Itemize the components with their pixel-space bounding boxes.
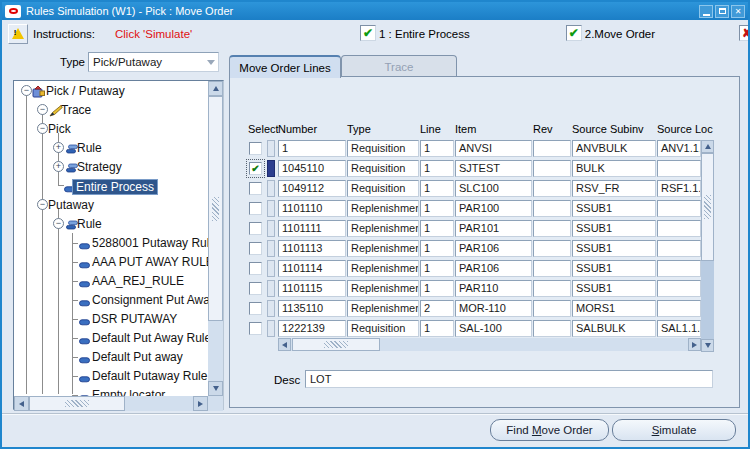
number-field[interactable]: 1135110 bbox=[278, 300, 346, 317]
scroll-right-button[interactable] bbox=[688, 338, 701, 351]
record-indicator[interactable] bbox=[267, 220, 275, 237]
rev-field[interactable] bbox=[533, 320, 571, 337]
line-field[interactable]: 1 bbox=[420, 240, 454, 257]
select-checkbox[interactable] bbox=[249, 242, 262, 255]
expand-handle-icon[interactable]: + bbox=[53, 142, 64, 153]
select-checkbox[interactable] bbox=[249, 322, 262, 335]
item-field[interactable]: PAR106 bbox=[455, 240, 532, 257]
find-move-order-button[interactable]: Find Move Order bbox=[490, 419, 609, 441]
tree-node[interactable]: Default Put away bbox=[14, 347, 208, 366]
subinv-field[interactable]: SSUB1 bbox=[572, 280, 656, 297]
tab-move-order-lines[interactable]: Move Order Lines bbox=[229, 55, 341, 78]
item-field[interactable]: SJTEST bbox=[455, 160, 532, 177]
tree-node[interactable]: 5288001 Putaway Rule bbox=[14, 233, 208, 252]
tree-node[interactable]: +Rule bbox=[14, 138, 208, 157]
line-field[interactable]: 1 bbox=[420, 140, 454, 157]
desc-field[interactable]: LOT bbox=[305, 370, 713, 388]
record-indicator[interactable] bbox=[267, 320, 275, 337]
rev-field[interactable] bbox=[533, 240, 571, 257]
line-field[interactable]: 1 bbox=[420, 320, 454, 337]
type-dropdown[interactable]: Pick/Putaway bbox=[88, 52, 219, 72]
line-field[interactable]: 1 bbox=[420, 260, 454, 277]
tree-vscroll-thumb[interactable] bbox=[208, 96, 223, 321]
rev-field[interactable] bbox=[533, 280, 571, 297]
loc-field[interactable] bbox=[657, 220, 701, 237]
line-field[interactable]: 1 bbox=[420, 280, 454, 297]
tree-node[interactable]: −Pick bbox=[14, 119, 208, 138]
loc-field[interactable] bbox=[657, 200, 701, 217]
number-field[interactable]: 1101111 bbox=[278, 220, 346, 237]
tree-node[interactable]: −Pick / Putaway bbox=[14, 81, 208, 100]
select-checkbox[interactable] bbox=[249, 282, 262, 295]
type-field[interactable]: Replenishment bbox=[347, 200, 419, 217]
number-field[interactable]: 1101115 bbox=[278, 280, 346, 297]
subinv-field[interactable]: BULK bbox=[572, 160, 656, 177]
number-field[interactable]: 1222139 bbox=[278, 320, 346, 337]
record-indicator[interactable] bbox=[267, 180, 275, 197]
subinv-field[interactable]: SSUB1 bbox=[572, 240, 656, 257]
collapse-handle-icon[interactable]: − bbox=[53, 218, 64, 229]
item-field[interactable]: PAR101 bbox=[455, 220, 532, 237]
number-field[interactable]: 1049112 bbox=[278, 180, 346, 197]
record-indicator[interactable] bbox=[267, 200, 275, 217]
table-hscroll-thumb[interactable] bbox=[292, 338, 380, 351]
tree-node[interactable]: −Putaway bbox=[14, 195, 208, 214]
number-field[interactable]: 1101114 bbox=[278, 260, 346, 277]
subinv-field[interactable]: ANVBULK bbox=[572, 140, 656, 157]
tree-node[interactable]: +Strategy bbox=[14, 157, 208, 176]
record-indicator[interactable] bbox=[267, 140, 275, 157]
tree-node[interactable]: Empty locator bbox=[14, 385, 208, 396]
record-indicator[interactable] bbox=[267, 160, 275, 177]
scroll-right-button[interactable] bbox=[193, 396, 208, 411]
tree-node[interactable]: Default Put Away Rule bbox=[14, 328, 208, 347]
number-field[interactable]: 1101110 bbox=[278, 200, 346, 217]
rev-field[interactable] bbox=[533, 200, 571, 217]
table-vscroll-thumb[interactable] bbox=[701, 153, 714, 261]
number-field[interactable]: 1 bbox=[278, 140, 346, 157]
tree-node[interactable]: AAA PUT AWAY RULE bbox=[14, 252, 208, 271]
tree-node[interactable]: Default Putaway Rule bbox=[14, 366, 208, 385]
close-icon[interactable]: ✕ bbox=[731, 5, 745, 18]
type-field[interactable]: Requisition bbox=[347, 320, 419, 337]
subinv-field[interactable]: SSUB1 bbox=[572, 200, 656, 217]
tree-horizontal-scrollbar[interactable] bbox=[14, 396, 208, 411]
loc-field[interactable]: ANV1.1.1 bbox=[657, 140, 701, 157]
type-field[interactable]: Replenishment bbox=[347, 300, 419, 317]
scroll-down-button[interactable] bbox=[208, 381, 223, 396]
record-indicator[interactable] bbox=[267, 280, 275, 297]
expand-handle-icon[interactable]: + bbox=[53, 161, 64, 172]
loc-field[interactable] bbox=[657, 260, 701, 277]
collapse-handle-icon[interactable]: − bbox=[21, 85, 32, 96]
tree-node[interactable]: −Rule bbox=[14, 214, 208, 233]
tree-node[interactable]: Consignment Put Away R bbox=[14, 290, 208, 309]
subinv-field[interactable]: RSV_FR bbox=[572, 180, 656, 197]
simulate-button[interactable]: Simulate bbox=[612, 419, 736, 441]
scroll-up-button[interactable] bbox=[208, 81, 223, 96]
tree-vertical-scrollbar[interactable] bbox=[208, 81, 223, 396]
select-checkbox[interactable] bbox=[249, 302, 262, 315]
select-checkbox[interactable] bbox=[249, 142, 262, 155]
minimize-icon[interactable] bbox=[699, 5, 713, 18]
collapse-handle-icon[interactable]: − bbox=[37, 104, 48, 115]
rev-field[interactable] bbox=[533, 140, 571, 157]
rev-field[interactable] bbox=[533, 160, 571, 177]
item-field[interactable]: PAR110 bbox=[455, 280, 532, 297]
type-field[interactable]: Replenishment bbox=[347, 260, 419, 277]
rev-field[interactable] bbox=[533, 260, 571, 277]
line-field[interactable]: 1 bbox=[420, 180, 454, 197]
loc-field[interactable] bbox=[657, 280, 701, 297]
loc-field[interactable] bbox=[657, 240, 701, 257]
tree-node[interactable]: −Trace bbox=[14, 100, 208, 119]
number-field[interactable]: 1101113 bbox=[278, 240, 346, 257]
subinv-field[interactable]: SALBULK bbox=[572, 320, 656, 337]
table-vertical-scrollbar[interactable] bbox=[701, 140, 714, 352]
type-field[interactable]: Replenishment bbox=[347, 280, 419, 297]
type-field[interactable]: Requisition bbox=[347, 160, 419, 177]
item-field[interactable]: MOR-110 bbox=[455, 300, 532, 317]
loc-field[interactable] bbox=[657, 300, 701, 317]
select-checkbox[interactable] bbox=[249, 222, 262, 235]
record-indicator[interactable] bbox=[267, 300, 275, 317]
type-field[interactable]: Replenishment bbox=[347, 220, 419, 237]
rev-field[interactable] bbox=[533, 220, 571, 237]
rev-field[interactable] bbox=[533, 180, 571, 197]
